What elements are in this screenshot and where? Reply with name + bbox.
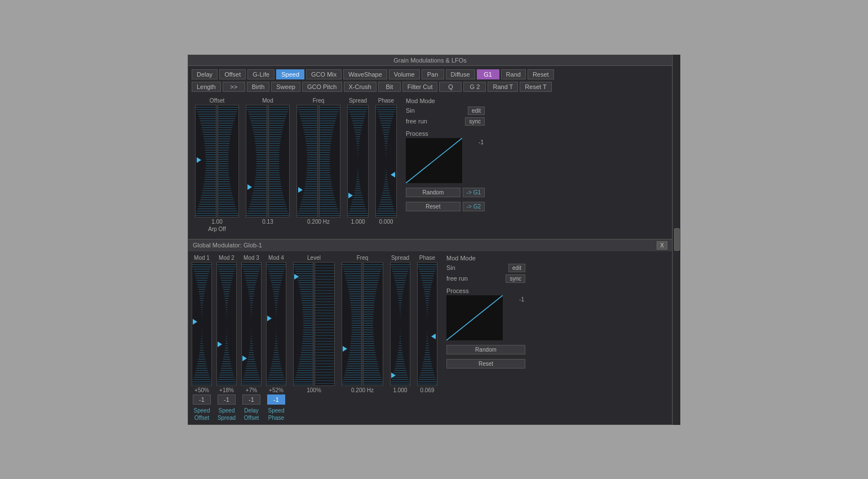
mod4-ch-btn[interactable]: -1 — [267, 394, 285, 405]
btn-diffuse[interactable]: Diffuse — [446, 69, 475, 79]
mod3-ch-btn[interactable]: -1 — [242, 394, 260, 405]
freq-fader2[interactable] — [319, 105, 340, 218]
btn-rand[interactable]: Rand — [501, 69, 526, 79]
g1-arrow-btn[interactable]: -> G1 — [463, 188, 485, 197]
btn-arrow[interactable]: >> — [223, 82, 245, 92]
btn-gcopitch[interactable]: GCO Pitch — [302, 82, 342, 92]
process-graph: -1 — [406, 138, 485, 183]
glob-sync-btn[interactable]: sync — [506, 274, 525, 283]
btn-birth[interactable]: Birth — [247, 82, 270, 92]
btn-delay[interactable]: Delay — [192, 69, 218, 79]
btn-resett[interactable]: Reset T — [520, 82, 551, 92]
mod-fader1[interactable] — [246, 105, 267, 218]
freq-value: 0.200 Hz — [307, 219, 330, 225]
btn-speed[interactable]: Speed — [276, 69, 304, 79]
level-label: Level — [307, 255, 321, 261]
mod1-group: Mod 1 +50% -1 Speed Offset — [192, 255, 212, 421]
mod3-group: Mod 3 +7% -1 Delay Offset — [241, 255, 262, 421]
freq-label: Freq — [313, 97, 325, 104]
phase-fader[interactable] — [375, 105, 397, 218]
glob-phase-fader[interactable] — [417, 262, 437, 386]
sin-row: Sin edit — [406, 107, 485, 115]
mod-mode-title: Mod Mode — [406, 97, 485, 104]
btn-sweep[interactable]: Sweep — [271, 82, 300, 92]
offset-arp: Arp Off — [208, 226, 226, 232]
mod1-bot-label: Offset — [194, 415, 210, 421]
freerun-label: free run — [406, 118, 463, 125]
btn-reset[interactable]: Reset — [528, 69, 554, 79]
btn-gcomix[interactable]: GCO Mix — [306, 69, 342, 79]
level-value: 100% — [307, 387, 321, 393]
offset-fader1[interactable] — [195, 105, 216, 218]
glob-phase-group: Phase 0.069 — [417, 255, 437, 393]
edit-btn[interactable]: edit — [468, 107, 485, 115]
mod2-label: Mod 2 — [219, 255, 234, 261]
btn-offset[interactable]: Offset — [219, 69, 246, 79]
glob-spread-label: Spread — [391, 255, 409, 261]
btn-g2[interactable]: G 2 — [463, 82, 486, 92]
glob-modulator-area: Mod 1 +50% -1 Speed Offset — [188, 251, 672, 424]
glob-freq-fader2[interactable] — [363, 262, 383, 386]
glob-edit-btn[interactable]: edit — [508, 264, 525, 272]
btn-volume[interactable]: Volume — [389, 69, 420, 79]
glob-phase-label: Phase — [419, 255, 435, 261]
btn-pan[interactable]: Pan — [422, 69, 444, 79]
glob-random-btn[interactable]: Random — [446, 345, 525, 354]
mod3-btn-row: -1 — [242, 394, 260, 405]
right-scrollbar[interactable] — [672, 55, 680, 425]
level-fader2[interactable] — [315, 262, 335, 386]
reset-btn[interactable]: Reset — [406, 202, 460, 211]
btn-q[interactable]: Q — [439, 82, 462, 92]
mod1-value: +50% — [194, 387, 209, 393]
reset-btns: Reset -> G2 — [406, 202, 485, 211]
spread-fader-group: Spread 1.000 — [347, 97, 369, 225]
glob-reset-btns: Reset — [446, 359, 525, 369]
btn-length[interactable]: Length — [192, 82, 221, 92]
btn-g1[interactable]: G1 — [477, 69, 499, 79]
spread-fader[interactable] — [347, 105, 369, 218]
glob-process-minus: -1 — [519, 296, 524, 303]
offset-label: Offset — [210, 97, 225, 104]
btn-xcrush[interactable]: X-Crush — [344, 82, 377, 92]
mod1-ch-btn[interactable]: -1 — [193, 394, 211, 405]
glob-section: Global Modulator: Glob-1 X Mod 1 + — [188, 239, 672, 424]
mod3-fader[interactable] — [241, 262, 262, 386]
glob-mod-mode-panel: Mod Mode Sin edit free run sync Process — [446, 255, 525, 369]
freq-fader1[interactable] — [296, 105, 318, 218]
random-btn[interactable]: Random — [406, 188, 460, 197]
mod-fader-group: Mod — [246, 97, 290, 225]
mod-value: 0.13 — [262, 219, 273, 225]
level-fader1[interactable] — [293, 262, 313, 386]
btn-glife[interactable]: G-Life — [247, 69, 274, 79]
mod1-fader[interactable] — [192, 262, 212, 386]
mod4-fader[interactable] — [266, 262, 286, 386]
btn-randt[interactable]: Rand T — [488, 82, 518, 92]
mod2-group: Mod 2 +18% -1 Speed Spread — [216, 255, 237, 421]
glob-freq-fader1[interactable] — [342, 262, 362, 386]
mod4-label: Mod 4 — [268, 255, 284, 261]
offset-fader2[interactable] — [218, 105, 239, 218]
sin-label: Sin — [406, 107, 466, 114]
mod2-fader[interactable] — [216, 262, 237, 386]
glob-freerun-row: free run sync — [446, 274, 525, 283]
mod3-bot-label: Offset — [244, 415, 259, 421]
mod-fader2[interactable] — [268, 105, 290, 218]
glob-reset-btn[interactable]: Reset — [446, 359, 525, 369]
mod1-label: Mod 1 — [194, 255, 210, 261]
offset-value: 1.00 — [211, 219, 222, 225]
btn-waveshape[interactable]: WaveShape — [343, 69, 387, 79]
btn-filtercut[interactable]: Filter Cut — [402, 82, 438, 92]
sync-btn[interactable]: sync — [465, 117, 485, 126]
process-area: Process -1 — [406, 130, 485, 183]
btn-bit[interactable]: Bit — [378, 82, 401, 92]
mod2-ch-btn[interactable]: -1 — [218, 394, 236, 405]
glob-spread-fader[interactable] — [390, 262, 410, 386]
scrollbar-thumb[interactable] — [674, 228, 680, 251]
glob-process-title: Process — [446, 287, 525, 294]
g2-arrow-btn[interactable]: -> G2 — [463, 202, 485, 211]
mod3-top-label: Delay — [244, 407, 259, 414]
mod3-label: Mod 3 — [243, 255, 259, 261]
mod2-value: +18% — [219, 387, 234, 393]
glob-close-btn[interactable]: X — [657, 241, 667, 250]
level-group: Level 100% — [293, 255, 335, 393]
